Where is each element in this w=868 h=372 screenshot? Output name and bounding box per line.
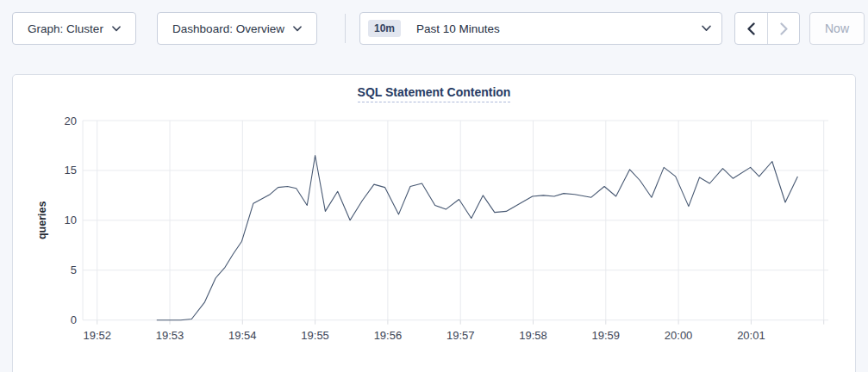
svg-text:0: 0	[71, 313, 77, 326]
time-range-badge: 10m	[368, 20, 401, 37]
sql-contention-chart-canvas[interactable]: 0510152019:5219:5319:5419:5519:5619:5719…	[13, 108, 857, 367]
svg-text:19:53: 19:53	[156, 329, 184, 342]
svg-text:19:56: 19:56	[374, 329, 403, 342]
svg-text:20: 20	[65, 115, 77, 127]
svg-text:queries: queries	[36, 202, 48, 240]
toolbar-divider	[345, 14, 346, 43]
chevron-right-icon	[779, 22, 789, 35]
time-range-label: Past 10 Minutes	[416, 22, 702, 35]
svg-text:10: 10	[65, 214, 77, 226]
toolbar: Graph: Cluster Dashboard: Overview 10m P…	[12, 12, 868, 45]
chevron-down-icon	[112, 26, 121, 32]
now-button[interactable]: Now	[809, 12, 865, 45]
chevron-down-icon	[702, 25, 711, 32]
svg-text:19:59: 19:59	[592, 329, 621, 342]
graph-selector-label: Graph: Cluster	[28, 22, 103, 35]
svg-text:19:58: 19:58	[519, 329, 547, 342]
chart-title[interactable]: SQL Statement Contention	[358, 85, 511, 102]
now-button-label: Now	[825, 22, 849, 35]
svg-text:20:01: 20:01	[737, 329, 765, 342]
svg-text:20:00: 20:00	[665, 329, 693, 342]
time-range-dropdown[interactable]: 10m Past 10 Minutes	[359, 12, 722, 45]
chevron-left-icon	[746, 22, 756, 35]
next-range-button[interactable]	[767, 13, 799, 44]
svg-text:5: 5	[71, 264, 77, 276]
svg-text:15: 15	[65, 164, 77, 177]
svg-text:19:54: 19:54	[228, 329, 257, 342]
line-chart: 0510152019:5219:5319:5419:5519:5619:5719…	[13, 108, 857, 367]
dashboard-selector-label: Dashboard: Overview	[172, 22, 284, 35]
graph-selector-dropdown[interactable]: Graph: Cluster	[12, 12, 136, 45]
prev-range-button[interactable]	[735, 13, 767, 44]
chart-card: SQL Statement Contention 0510152019:5219…	[12, 74, 856, 372]
svg-text:19:57: 19:57	[446, 329, 475, 342]
chevron-down-icon	[293, 26, 302, 32]
dashboard-selector-dropdown[interactable]: Dashboard: Overview	[157, 12, 317, 45]
svg-text:19:55: 19:55	[301, 329, 329, 342]
svg-text:19:52: 19:52	[83, 329, 111, 342]
time-range-arrows	[734, 12, 800, 45]
